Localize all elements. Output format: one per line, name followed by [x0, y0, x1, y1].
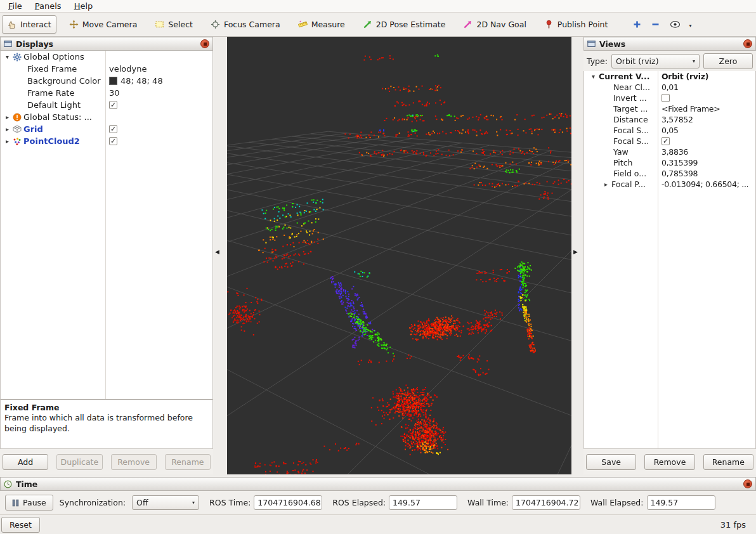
property-value[interactable]: -0.013094; 0.66504; ...	[658, 179, 755, 189]
views-row-focal-p[interactable]: ▸Focal P...-0.013094; 0.66504; ...	[584, 179, 755, 190]
tool-button-interact[interactable]: Interact	[2, 15, 56, 34]
ros-elapsed-field[interactable]: 149.57	[389, 495, 457, 510]
property-value[interactable]: 0,05	[658, 126, 755, 135]
property-value[interactable]: 0,315399	[658, 158, 755, 167]
menu-item-help[interactable]: Help	[68, 0, 99, 12]
ros-time-field[interactable]: 1704716904.68	[254, 495, 322, 510]
pause-button[interactable]: Pause	[5, 495, 53, 511]
wall-elapsed-field[interactable]: 149.57	[647, 495, 715, 510]
views-row-target[interactable]: Target ...<Fixed Frame>	[584, 103, 755, 114]
property-value[interactable]: ✓	[658, 137, 755, 145]
property-name: Global Options	[22, 52, 84, 62]
property-name: Current V...	[597, 72, 649, 81]
fixed-frame-value: velodyne	[109, 64, 147, 74]
property-label: ▸Grid	[1, 124, 105, 134]
views-row-distance[interactable]: Distance3,57852	[584, 114, 755, 125]
time-fields: ROS Time:1704716904.68ROS Elapsed:149.57…	[209, 495, 715, 510]
property-value[interactable]: <Fixed Frame>	[658, 104, 755, 114]
property-value[interactable]: Orbit (rviz)	[658, 72, 755, 81]
property-value[interactable]: ✓	[105, 137, 212, 145]
remove-tool-button[interactable]	[651, 20, 660, 29]
close-displays-panel-button[interactable]	[200, 39, 209, 48]
focal-s-checkbox[interactable]: ✓	[662, 137, 670, 145]
property-value[interactable]: 0,785398	[658, 169, 755, 178]
view-type-dropdown[interactable]: Orbit (rviz) ▾	[611, 54, 700, 68]
tool-button-2d-pose-estimate[interactable]: 2D Pose Estimate	[358, 15, 451, 34]
views-row-near-cl[interactable]: Near Cl...0,01	[584, 82, 755, 93]
save-button[interactable]: Save	[586, 454, 636, 470]
tool-visibility-button[interactable]: ▾	[670, 20, 691, 29]
menu-item-panels[interactable]: Panels	[29, 0, 67, 12]
add-button[interactable]: Add	[3, 454, 48, 470]
invert-checkbox[interactable]	[662, 94, 670, 102]
grid-checkbox[interactable]: ✓	[109, 125, 117, 133]
pointcloud2-checkbox[interactable]: ✓	[109, 137, 117, 145]
property-name: Focal S...	[612, 126, 649, 135]
collapsed-arrow-icon[interactable]: ▸	[3, 113, 11, 121]
property-value[interactable]: ✓	[105, 101, 212, 109]
views-row-pitch[interactable]: Pitch0,315399	[584, 157, 755, 168]
tool-button-publish-point[interactable]: Publish Point	[539, 15, 613, 34]
collapse-right-icon[interactable]: ▶	[573, 249, 578, 255]
tool-button-select[interactable]: Select	[150, 15, 198, 34]
property-value[interactable]: 3,57852	[658, 115, 755, 124]
chevron-down-icon: ▾	[693, 58, 695, 64]
add-tool-button[interactable]	[633, 20, 641, 29]
time-field-group: Wall Time:1704716904.72	[467, 495, 580, 510]
property-value[interactable]: velodyne	[105, 64, 212, 74]
property-value[interactable]: ✓	[105, 125, 212, 133]
tool-button-move-camera[interactable]: Move Camera	[64, 15, 143, 34]
property-value[interactable]: 30	[105, 88, 212, 98]
displays-buttons: AddDuplicateRemoveRename	[0, 449, 213, 474]
remove-button: Remove	[111, 454, 157, 470]
display-row-grid[interactable]: ▸Grid✓	[1, 123, 212, 135]
close-time-panel-button[interactable]	[743, 479, 752, 488]
views-row-field-o[interactable]: Field o...0,785398	[584, 168, 755, 179]
close-views-panel-button[interactable]	[743, 39, 752, 48]
tool-button-focus-camera[interactable]: Focus Camera	[205, 15, 285, 34]
splitter-right[interactable]: ▶	[571, 37, 583, 474]
display-row-pointcloud2[interactable]: ▸PointCloud2✓	[1, 135, 212, 147]
display-row-background-color[interactable]: Background Color48; 48; 48	[1, 75, 212, 87]
default-light-checkbox[interactable]: ✓	[109, 101, 117, 109]
property-value[interactable]: 48; 48; 48	[105, 76, 212, 86]
views-row-yaw[interactable]: Yaw3,8836	[584, 147, 755, 157]
3d-viewport[interactable]	[227, 37, 571, 474]
views-row-focal-s[interactable]: Focal S...0,05	[584, 125, 755, 136]
property-value[interactable]: 3,8836	[658, 147, 755, 157]
collapse-left-icon[interactable]: ◀	[215, 249, 219, 255]
collapsed-arrow-icon[interactable]: ▸	[3, 125, 11, 133]
tool-button-2d-nav-goal[interactable]: 2D Nav Goal	[458, 15, 531, 34]
ruler-icon	[298, 20, 308, 29]
expanded-arrow-icon[interactable]: ▾	[3, 53, 11, 61]
wall-time-field[interactable]: 1704716904.72	[512, 495, 580, 510]
synchronization-dropdown[interactable]: Off ▾	[132, 495, 199, 510]
rename-button[interactable]: Rename	[703, 454, 753, 470]
pointcloud-canvas[interactable]	[227, 37, 571, 474]
views-row-invert[interactable]: Invert ...	[584, 93, 755, 103]
views-row-current-v[interactable]: ▾Current V...Orbit (rviz)	[584, 71, 755, 82]
display-row-global-status[interactable]: ▸Global Status: ...	[1, 111, 212, 123]
field-label: Wall Time:	[467, 498, 509, 507]
tool-button-measure[interactable]: Measure	[293, 15, 350, 34]
menu-item-file[interactable]: File	[3, 0, 28, 12]
target-value: <Fixed Frame>	[662, 104, 720, 114]
display-row-default-light[interactable]: Default Light✓	[1, 99, 212, 111]
display-row-fixed-frame[interactable]: Fixed Framevelodyne	[1, 63, 212, 75]
display-row-global-options[interactable]: ▾Global Options	[1, 51, 212, 63]
display-row-frame-rate[interactable]: Frame Rate30	[1, 87, 212, 99]
collapsed-arrow-icon[interactable]: ▸	[3, 137, 11, 145]
splitter-left[interactable]: ◀	[213, 37, 227, 474]
pitch-value: 0,315399	[662, 158, 698, 167]
time-field-group: Wall Elapsed:149.57	[590, 495, 715, 510]
remove-button[interactable]: Remove	[644, 454, 694, 470]
reset-button[interactable]: Reset	[1, 517, 40, 533]
property-value[interactable]: 0,01	[658, 82, 755, 92]
property-value[interactable]	[658, 94, 755, 102]
tool-label: 2D Pose Estimate	[376, 20, 446, 29]
field-label: ROS Time:	[209, 498, 251, 507]
views-row-focal-s[interactable]: Focal S...✓	[584, 136, 755, 147]
zero-button[interactable]: Zero	[703, 53, 753, 69]
expanded-arrow-icon[interactable]: ▾	[589, 72, 597, 81]
collapsed-arrow-icon[interactable]: ▸	[602, 180, 610, 188]
